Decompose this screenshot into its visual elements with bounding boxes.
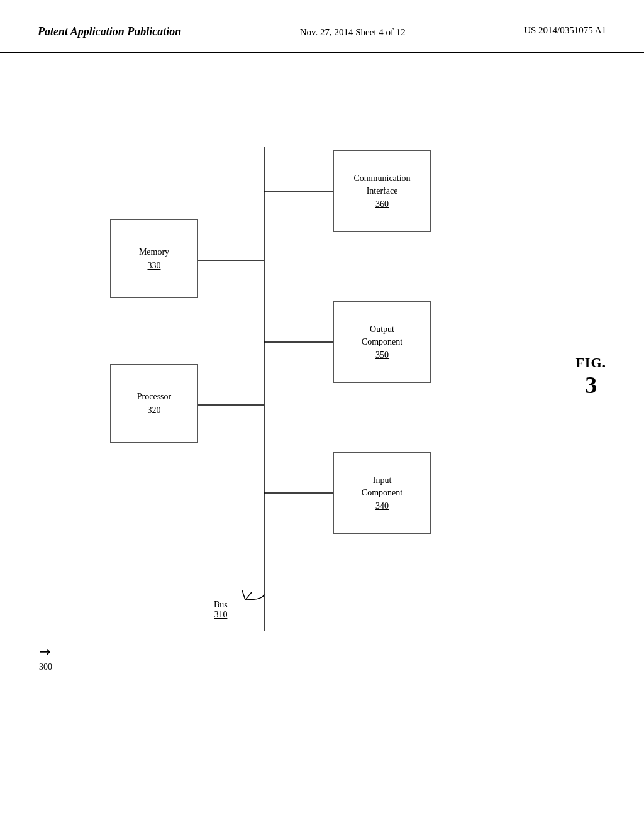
publication-title: Patent Application Publication: [38, 25, 181, 38]
publication-number: US 2014/0351075 A1: [524, 25, 606, 36]
processor-num: 320: [148, 406, 161, 416]
output-label: Output Component: [362, 323, 402, 348]
system-reference: ↗ 300: [39, 643, 52, 672]
output-box: Output Component 350: [333, 301, 431, 383]
processor-box: Processor 320: [110, 364, 198, 443]
output-num: 350: [375, 350, 389, 360]
fig-text: FIG.: [575, 355, 606, 371]
communication-box: Communication Interface 360: [333, 150, 431, 232]
input-label: Input Component: [362, 474, 402, 499]
input-box: Input Component 340: [333, 452, 431, 534]
input-num: 340: [375, 501, 389, 511]
communication-label: Communication Interface: [353, 172, 410, 197]
publication-meta: Nov. 27, 2014 Sheet 4 of 12: [300, 25, 406, 40]
diagram-area: Memory 330 Processor 320 Communication I…: [0, 53, 644, 795]
bus-label: Bus 310: [214, 600, 228, 620]
figure-label: FIG. 3: [575, 355, 606, 399]
fig-number: 3: [585, 371, 597, 399]
memory-num: 330: [148, 261, 161, 271]
processor-label: Processor: [137, 390, 171, 403]
memory-label: Memory: [139, 246, 169, 258]
memory-box: Memory 330: [110, 219, 198, 298]
diagram-lines: [0, 53, 644, 795]
page-header: Patent Application Publication Nov. 27, …: [0, 0, 644, 53]
communication-num: 360: [375, 199, 389, 209]
